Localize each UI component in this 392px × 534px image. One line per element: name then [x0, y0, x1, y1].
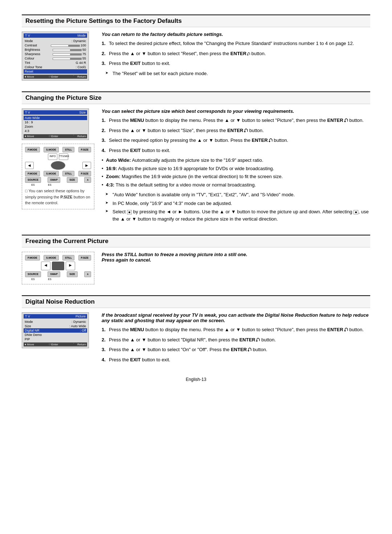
- page-number: English-13: [22, 377, 370, 382]
- remote-source: SOURCE: [25, 177, 41, 183]
- remote-psize: P.SIZE: [78, 147, 91, 152]
- picture-size-step-4: Press the EXIT button to exit.: [102, 147, 370, 154]
- picture-size-title: Changing the Picture Size: [25, 94, 367, 102]
- picture-size-notes: "Auto Wide" function is available only i…: [102, 191, 370, 222]
- freeze-smode: S.MODE: [44, 255, 59, 260]
- dnr-step-4: Press the EXIT button to exit.: [102, 356, 370, 363]
- remote-row-1: P.MODE S.MODE STILL P.SIZE: [25, 147, 91, 152]
- tv-row-sharpness: Sharpness 75: [24, 52, 87, 56]
- dnr-text: If the broadcast signal received by your…: [102, 312, 370, 366]
- picture-size-steps: Press the MENU button to display the men…: [102, 117, 370, 154]
- remote-psize-2: P.SIZE: [78, 171, 91, 176]
- resetting-text: You can return to the factory defaults p…: [102, 32, 370, 78]
- dnr-row-mode: Mode : Dynamic: [24, 320, 87, 324]
- tv-row-169: 16 : 9: [24, 120, 87, 124]
- resetting-intro: You can return to the factory defaults p…: [102, 32, 370, 37]
- freezing-section: Freezing the Current Picture P.MODE S.MO…: [22, 235, 370, 284]
- freeze-pmode: P.MODE: [25, 255, 40, 260]
- tv-row-mode-value: : Dynamic: [72, 39, 86, 43]
- freeze-labels: ES ES: [25, 278, 91, 280]
- resetting-step-2: Press the ▲ or ▼ button to select "Reset…: [102, 50, 370, 57]
- dnr-tv-footer: ♦ Move ☞Enter ⬛ Return: [24, 342, 87, 346]
- freeze-center: [52, 262, 64, 270]
- tv-title-size: T V Size: [24, 110, 87, 115]
- remote-right-arrow: ►: [82, 162, 91, 169]
- remote-arrow-row: ◄ ►: [25, 161, 91, 170]
- tv-row-mode: Mode : Dynamic: [24, 39, 87, 43]
- freeze-remote-row2: SOURCE SWAP SIZE ∧: [25, 271, 91, 277]
- remote-es-1: ES: [25, 184, 41, 186]
- freeze-up: ∧: [84, 271, 91, 277]
- picture-size-step-1: Press the MENU button to display the men…: [102, 117, 370, 124]
- dnr-row-size: Size : Auto Wide: [24, 324, 87, 328]
- bullet-43: 4:3: This is the default setting for a v…: [102, 181, 370, 189]
- tv-row-contrast: Contrast 100: [24, 43, 87, 48]
- picture-size-images: T V Size Auto Wide 16 : 9 Zoom 4:3 ♦ Mov…: [22, 108, 94, 209]
- freeze-right: ►: [66, 262, 75, 270]
- freezing-content: P.MODE S.MODE STILL P.SIZE ◄ ► SOURCE SW…: [22, 252, 370, 284]
- dnr-step-2: Press the ▲ or ▼ button to select "Digit…: [102, 336, 370, 344]
- freeze-swap: SWAP: [48, 271, 60, 277]
- remote-smode: S.MODE: [44, 147, 59, 152]
- tv-footer-size: ♦ Move ☞Enter ⬛ Return: [24, 134, 87, 138]
- resetting-section: Resetting the Picture Settings to the Fa…: [22, 15, 370, 81]
- small-note-text: You can select these options by simply p…: [25, 189, 90, 205]
- note-pc-mode: In PC Mode, only "16:9" and "4:3" mode c…: [109, 200, 370, 207]
- tv-row-colour: Colour 55: [24, 56, 87, 61]
- tv-screen-picture-size: T V Size Auto Wide 16 : 9 Zoom 4:3 ♦ Mov…: [22, 108, 89, 140]
- remote-info-btn: INFO: [48, 153, 57, 160]
- dnr-step-3: Press the ▲ or ▼ button to select "On" o…: [102, 346, 370, 353]
- dnr-content: T V Picture Mode : Dynamic Size : Auto W…: [22, 312, 370, 366]
- tv-row-43: 4:3: [24, 129, 87, 133]
- remote-center-circle: [51, 161, 65, 170]
- small-note-icon: □: [25, 189, 28, 193]
- picture-size-step-3: Select the required option by pressing t…: [102, 137, 370, 144]
- note-autowide-modes: "Auto Wide" function is available only i…: [109, 191, 370, 198]
- picture-size-bullets: Auto Wide: Automatically adjusts the pic…: [102, 157, 370, 188]
- tv-row-mode-label: Mode: [25, 39, 33, 43]
- tv-footer-resetting: ♦ Move ☞Enter ⬛ Return: [24, 75, 87, 79]
- bullet-zoom: Zoom: Magnifies the 16:9 wide picture (i…: [102, 173, 370, 180]
- resetting-step-3: Press the EXIT button to exit.: [102, 60, 370, 67]
- remote-still-2: STILL: [62, 171, 74, 176]
- picture-size-section: Changing the Picture Size T V Size Auto …: [22, 91, 370, 224]
- resetting-steps: To select the desired picture effect, fo…: [102, 40, 370, 67]
- remote-smode-2: S.MODE: [44, 171, 59, 176]
- remote-blank-1: [58, 184, 74, 186]
- picture-size-step-2: Press the ▲ or ▼ button to select "Size"…: [102, 127, 370, 134]
- remote-freezing: P.MODE S.MODE STILL P.SIZE ◄ ► SOURCE SW…: [22, 252, 94, 284]
- freeze-still: STILL: [62, 255, 74, 260]
- tv-row-zoom: Zoom: [24, 124, 87, 129]
- dnr-row-pip: PIP: [24, 337, 87, 341]
- remote-pmode-2: P.MODE: [25, 171, 40, 176]
- freeze-left: ◄: [41, 262, 50, 270]
- tv-title-bar: T V Mode: [24, 33, 87, 38]
- remote-ttxmix-btn: TTX/MIX: [59, 153, 68, 160]
- tv-row-autowide: Auto Wide: [24, 116, 87, 120]
- remote-left-arrow: ◄: [25, 162, 34, 169]
- remote-pmode: P.MODE: [25, 147, 40, 152]
- freezing-title: Freezing the Current Picture: [25, 238, 367, 245]
- tv-label: T V: [25, 34, 30, 37]
- remote-picture-size: P.MODE S.MODE STILL P.SIZE INFO TTX/MIX …: [22, 144, 94, 209]
- remote-row-bottom: P.MODE S.MODE STILL P.SIZE: [25, 171, 91, 176]
- resetting-step-1: To select the desired picture effect, fo…: [102, 40, 370, 47]
- dnr-tv-title: T V Picture: [24, 314, 87, 319]
- remote-info-row: INFO TTX/MIX: [25, 153, 91, 160]
- dnr-tv-image: T V Picture Mode : Dynamic Size : Auto W…: [22, 312, 94, 348]
- resetting-tv-image: T V Mode Mode : Dynamic Contrast 100 Bri…: [22, 32, 94, 81]
- tv-row-colour-tone: Colour Tone : Cool1: [24, 65, 87, 69]
- freeze-source: SOURCE: [25, 271, 41, 277]
- freeze-arrow-area: ◄ ►: [25, 262, 91, 270]
- remote-up: ∧: [84, 177, 91, 183]
- freeze-psize: P.SIZE: [78, 255, 91, 260]
- dnr-section: Digital Noise Reduction T V Picture Mode…: [22, 295, 370, 366]
- tv-screen-resetting: T V Mode Mode : Dynamic Contrast 100 Bri…: [22, 32, 89, 81]
- picture-size-header: Changing the Picture Size: [22, 91, 370, 104]
- dnr-header: Digital Noise Reduction: [22, 295, 370, 308]
- remote-still: STILL: [62, 147, 74, 152]
- remote-swap: SWAP: [48, 177, 60, 183]
- remote-row-labels: ES ES: [25, 184, 91, 186]
- dnr-intro: If the broadcast signal received by your…: [102, 312, 370, 323]
- remote-row-source: SOURCE SWAP SIZE ∧: [25, 177, 91, 183]
